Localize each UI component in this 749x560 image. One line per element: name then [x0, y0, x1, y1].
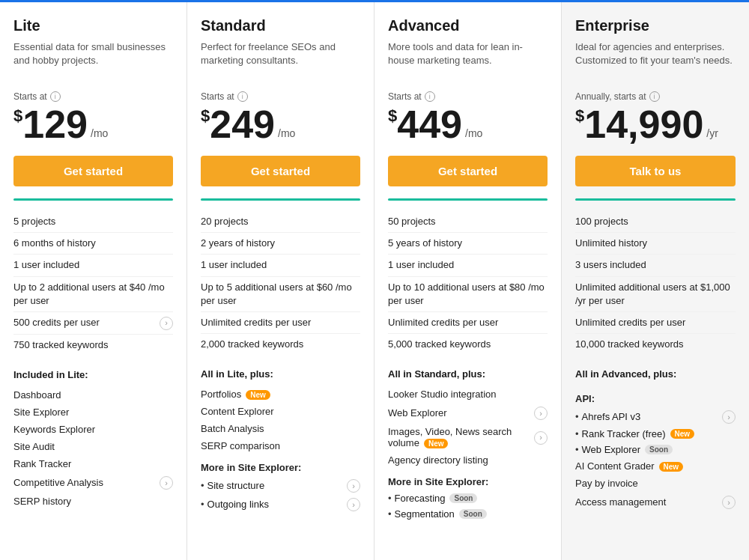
feature-item-standard-3: Up to 5 additional users at $60 /mo per … [201, 277, 360, 312]
price-dollar-enterprise: $ [575, 108, 584, 124]
starts-at-label-enterprise: Annually, starts at [575, 91, 646, 102]
feature-item-enterprise-1: Unlimited history [575, 233, 736, 255]
info-icon-advanced[interactable]: i [425, 91, 435, 102]
cta-button-lite[interactable]: Get started [13, 156, 173, 186]
price-row-advanced: $449/mo [388, 105, 548, 144]
feature-text-enterprise-0: 100 projects [575, 215, 736, 228]
plan-desc-lite: Essential data for small businesses and … [13, 40, 173, 79]
feature-text-standard-3: Up to 5 additional users at $60 /mo per … [201, 281, 360, 308]
feature-list-advanced: 50 projects5 years of history1 user incl… [388, 211, 548, 355]
included-text-enterprise-1: Ahrefs API v3 [582, 411, 718, 422]
feature-item-standard-5: 2,000 tracked keywords [201, 334, 360, 355]
included-text-standard-2: Batch Analysis [201, 423, 360, 434]
included-item-advanced-6: SegmentationSoon [388, 506, 548, 522]
starts-at-enterprise: Annually, starts ati [575, 91, 736, 102]
feature-text-advanced-2: 1 user included [388, 258, 548, 272]
feature-list-lite: 5 projects6 months of history1 user incl… [13, 211, 173, 356]
feature-text-lite-0: 5 projects [13, 215, 173, 228]
included-text-advanced-5: ForecastingSoon [395, 493, 548, 504]
feature-item-lite-3: Up to 2 additional users at $40 /mo per … [13, 277, 173, 312]
section-header-standard: All in Lite, plus: [201, 368, 360, 380]
feature-item-lite-2: 1 user included [13, 255, 173, 276]
included-subheader-advanced-4: More in Site Explorer: [388, 469, 548, 490]
plan-name-standard: Standard [201, 17, 360, 34]
price-amount-advanced: 449 [397, 105, 462, 144]
plan-col-lite: LiteEssential data for small businesses … [0, 2, 187, 560]
divider-bar-enterprise [575, 198, 736, 201]
starts-at-label-lite: Starts at [13, 91, 47, 102]
price-row-standard: $249/mo [201, 105, 360, 144]
feature-item-advanced-3: Up to 10 additional users at $80 /mo per… [388, 277, 548, 312]
price-period-advanced: /mo [465, 127, 482, 139]
cta-button-standard[interactable]: Get started [201, 156, 360, 186]
included-item-advanced-0: Looker Studio integration [388, 386, 548, 403]
price-row-lite: $129/mo [13, 105, 173, 144]
feature-text-enterprise-5: 10,000 tracked keywords [575, 338, 736, 351]
included-item-advanced-1: Web Explorer [388, 403, 548, 423]
feature-icon-lite-4[interactable] [160, 317, 173, 330]
info-icon-standard[interactable]: i [237, 91, 248, 102]
included-icon-advanced-1[interactable] [534, 407, 548, 420]
feature-item-lite-5: 750 tracked keywords [13, 335, 173, 356]
feature-item-standard-0: 20 projects [201, 211, 360, 233]
feature-text-advanced-1: 5 years of history [388, 237, 548, 250]
included-text-lite-4: Rank Tracker [13, 458, 173, 469]
included-item-standard-6: Outgoing links [201, 495, 360, 514]
price-amount-lite: 129 [22, 105, 88, 144]
included-text-lite-0: Dashboard [13, 389, 173, 401]
feature-text-enterprise-2: 3 users included [575, 258, 736, 272]
price-period-enterprise: /yr [706, 127, 718, 139]
price-row-enterprise: $14,990/yr [575, 105, 736, 144]
feature-item-enterprise-4: Unlimited credits per user [575, 312, 736, 334]
feature-text-lite-5: 750 tracked keywords [13, 338, 173, 352]
divider-bar-advanced [388, 198, 548, 201]
feature-item-lite-4: 500 credits per user [13, 312, 173, 335]
plan-col-advanced: AdvancedMore tools and data for lean in-… [374, 2, 562, 560]
included-item-advanced-5: ForecastingSoon [388, 490, 548, 506]
included-text-advanced-1: Web Explorer [388, 407, 530, 419]
badge-advanced-2: New [424, 439, 449, 448]
included-item-standard-0: PortfoliosNew [201, 386, 360, 403]
feature-text-advanced-3: Up to 10 additional users at $80 /mo per… [388, 281, 548, 308]
included-item-lite-2: Keywords Explorer [13, 421, 173, 438]
cta-button-enterprise[interactable]: Talk to us [575, 156, 736, 186]
feature-text-lite-2: 1 user included [13, 258, 173, 272]
included-subheader-text-standard-4: More in Site Explorer: [201, 462, 301, 473]
plan-desc-enterprise: Ideal for agencies and enterprises. Cust… [575, 40, 736, 79]
feature-item-advanced-4: Unlimited credits per user [388, 312, 548, 334]
price-amount-enterprise: 14,990 [584, 105, 703, 144]
feature-text-enterprise-3: Unlimited additional users at $1,000 /yr… [575, 281, 736, 308]
included-list-standard: PortfoliosNewContent ExplorerBatch Analy… [201, 386, 360, 514]
included-text-advanced-3: Agency directory listing [388, 454, 548, 466]
feature-text-standard-5: 2,000 tracked keywords [201, 338, 360, 351]
plan-desc-advanced: More tools and data for lean in-house ma… [388, 40, 548, 79]
included-text-standard-3: SERP comparison [201, 440, 360, 451]
feature-item-lite-0: 5 projects [13, 211, 173, 233]
cta-button-advanced[interactable]: Get started [388, 156, 548, 186]
included-text-lite-5: Competitive Analysis [13, 477, 155, 488]
included-icon-lite-5[interactable] [160, 476, 173, 490]
info-icon-enterprise[interactable]: i [649, 91, 660, 102]
included-icon-standard-6[interactable] [347, 498, 360, 511]
starts-at-label-standard: Starts at [201, 91, 234, 102]
feature-text-lite-4: 500 credits per user [13, 316, 155, 329]
feature-text-advanced-5: 5,000 tracked keywords [388, 338, 548, 351]
info-icon-lite[interactable]: i [50, 91, 61, 102]
feature-item-enterprise-3: Unlimited additional users at $1,000 /yr… [575, 277, 736, 312]
included-text-lite-6: SERP history [13, 496, 173, 507]
badge-enterprise-3: Soon [645, 445, 673, 454]
included-icon-standard-5[interactable] [347, 479, 360, 493]
price-period-lite: /mo [91, 127, 108, 139]
included-icon-enterprise-1[interactable] [722, 410, 736, 424]
feature-item-lite-1: 6 months of history [13, 233, 173, 255]
included-icon-advanced-2[interactable] [534, 431, 548, 445]
badge-standard-0: New [246, 390, 270, 400]
badge-enterprise-2: New [670, 429, 695, 439]
included-text-advanced-6: SegmentationSoon [395, 508, 548, 520]
feature-text-standard-4: Unlimited credits per user [201, 316, 360, 329]
included-item-standard-1: Content Explorer [201, 403, 360, 420]
included-item-enterprise-6: Access management [575, 492, 736, 512]
feature-item-enterprise-2: 3 users included [575, 255, 736, 276]
feature-text-standard-2: 1 user included [201, 258, 360, 272]
included-icon-enterprise-6[interactable] [722, 496, 736, 509]
